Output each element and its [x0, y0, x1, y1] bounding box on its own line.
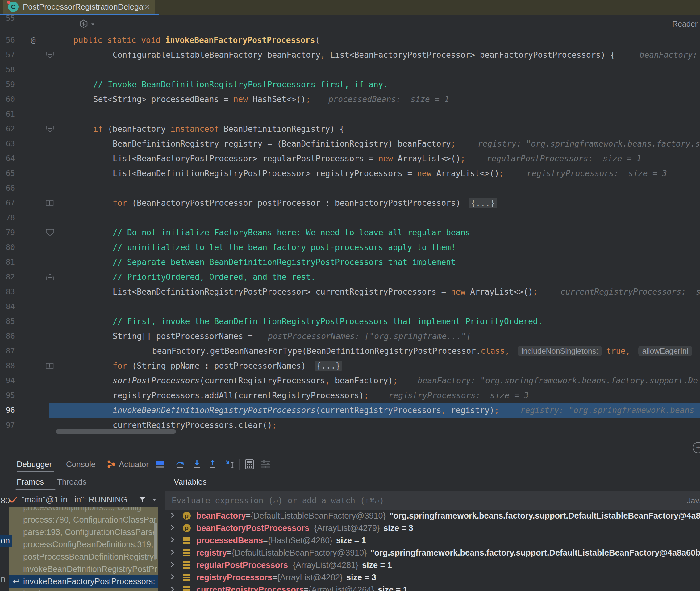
code-line-86[interactable]: 86String[] postProcessorNames =postProce…: [0, 329, 700, 344]
code-line-65[interactable]: 65List<BeanDefinitionRegistryPostProcess…: [0, 166, 700, 181]
evaluate-expression-icon[interactable]: [244, 459, 255, 470]
code-line-78[interactable]: 78: [0, 210, 700, 225]
code-line-64[interactable]: 64List<BeanFactoryPostProcessor> regular…: [0, 151, 700, 166]
run-to-cursor-icon[interactable]: [224, 459, 235, 470]
frame-row[interactable]: parse:193, ConfigurationClassParse: [9, 526, 158, 538]
expand-chevron-icon[interactable]: [169, 561, 178, 570]
expand-chevron-icon[interactable]: [169, 523, 178, 533]
close-icon[interactable]: ×: [144, 2, 150, 11]
variable-row[interactable]: currentRegistryProcessors = {ArrayList@4…: [165, 584, 700, 591]
code-line-96[interactable]: 96invokeBeanDefinitionRegistryPostProces…: [0, 403, 700, 418]
expand-chevron-icon[interactable]: [169, 548, 178, 557]
code-text: // Separate between BeanDefinitionRegist…: [113, 255, 456, 270]
line-number: 56: [0, 33, 15, 48]
code-line-56[interactable]: 56@public static void invokeBeanFactoryP…: [0, 33, 700, 48]
fold-marker-closed-icon[interactable]: [46, 200, 54, 208]
expand-chevron-icon[interactable]: [169, 573, 178, 582]
settings-sliders-icon[interactable]: [260, 459, 271, 470]
frame-row[interactable]: processConfigBeanDefinitions:319,: [9, 538, 158, 550]
line-number: 86: [0, 329, 15, 344]
code-text: List<BeanFactoryPostProcessor> regularPo…: [113, 151, 465, 166]
layout-settings-icon[interactable]: [154, 459, 165, 470]
tab-frames[interactable]: Frames: [17, 472, 44, 491]
code-line-79[interactable]: 79// Do not initialize FactoryBeans here…: [0, 225, 700, 240]
inline-debugger-hint: beanFactory: "org.springframework.beans.…: [418, 373, 698, 388]
code-text: // Invoke BeanDefinitionRegistryPostProc…: [93, 77, 388, 92]
intention-actions-icon[interactable]: [79, 19, 96, 29]
variable-row[interactable]: processedBeans = {HashSet@4280}size = 1: [165, 534, 700, 546]
fold-marker-open-icon[interactable]: [46, 52, 54, 60]
step-over-icon[interactable]: [174, 459, 185, 470]
code-line-84[interactable]: 84: [0, 299, 700, 314]
horizontal-scrollbar[interactable]: [56, 430, 176, 434]
variable-row[interactable]: registryProcessors = {ArrayList@4282}siz…: [165, 571, 700, 584]
code-line-83[interactable]: 83List<BeanDefinitionRegistryPostProcess…: [0, 284, 700, 299]
evaluate-expression-input[interactable]: Evaluate expression (↵) or add a watch (…: [165, 491, 700, 511]
expand-chevron-icon[interactable]: [169, 536, 178, 545]
variable-name: registryProcessors: [196, 573, 272, 582]
equals-sign: =: [227, 548, 232, 558]
code-line-88[interactable]: 88for (String ppName : postProcessorName…: [0, 358, 700, 373]
line-number: 94: [0, 373, 15, 388]
code-editor[interactable]: 5556@public static void invokeBeanFactor…: [0, 15, 700, 438]
code-line-67[interactable]: 67for (BeanFactoryPostProcessor postProc…: [0, 196, 700, 210]
expand-chevron-icon[interactable]: [169, 585, 178, 591]
variable-row[interactable]: registry = {DefaultListableBeanFactory@3…: [165, 546, 700, 559]
expand-chevron-icon[interactable]: [169, 511, 178, 520]
fold-marker-closed-icon[interactable]: [46, 363, 54, 371]
code-line-58[interactable]: 58: [0, 62, 700, 77]
annotation-gutter-icon[interactable]: @: [31, 33, 36, 48]
java-class-icon: C: [8, 2, 18, 12]
code-line-55[interactable]: 55: [0, 15, 700, 25]
step-out-icon[interactable]: [207, 459, 218, 470]
frame-row-selected[interactable]: ↩invokeBeanFactoryPostProcessors:: [9, 575, 158, 588]
tab-actuator[interactable]: Actuator: [107, 456, 149, 472]
frames-scrollbar[interactable]: [154, 523, 158, 559]
code-line-81[interactable]: 81// Separate between BeanDefinitionRegi…: [0, 255, 700, 270]
line-number: 79: [0, 225, 15, 240]
fold-marker-open-icon[interactable]: [46, 229, 54, 237]
fold-marker-open-icon[interactable]: [46, 126, 54, 134]
frame-row[interactable]: postProcessBeanDefinitionRegistry:: [9, 550, 158, 563]
code-line-57[interactable]: 57ConfigurableListableBeanFactory beanFa…: [0, 48, 700, 62]
code-line-87[interactable]: 87beanFactory.getBeanNamesForType(BeanDe…: [0, 344, 700, 358]
code-line-62[interactable]: 62if (beanFactory instanceof BeanDefinit…: [0, 122, 700, 136]
code-line-61[interactable]: 61: [0, 107, 700, 122]
variable-reference: {ArrayList@4281}: [293, 561, 358, 570]
frame-row[interactable]: invokeBeanFactoryPostProcessors:: [9, 588, 158, 591]
variable-row[interactable]: pbeanFactory = {DefaultListableBeanFacto…: [165, 511, 700, 522]
frame-row[interactable]: process:780, ConfigurationClassPar: [9, 514, 158, 526]
code-line-94[interactable]: 94sortPostProcessors(currentRegistryProc…: [0, 373, 700, 388]
reader-mode-label[interactable]: Reader: [672, 19, 698, 28]
inline-debugger-hint: beanFactory:: [640, 48, 700, 62]
code-line-95[interactable]: 95registryProcessors.addAll(currentRegis…: [0, 388, 700, 403]
code-line-63[interactable]: 63BeanDefinitionRegistry registry = (Bea…: [0, 136, 700, 151]
code-text: sortPostProcessors(currentRegistryProces…: [113, 373, 398, 388]
tab-debugger[interactable]: Debugger: [17, 456, 52, 472]
chevron-down-icon[interactable]: [151, 496, 158, 504]
frames-list: processGroupImports:..., Configprocess:7…: [9, 507, 158, 591]
filter-funnel-icon[interactable]: [138, 496, 146, 504]
editor-tab-bar: C PostProcessorRegistrationDelegate.java…: [0, 0, 700, 15]
frame-row[interactable]: processGroupImports:..., Config: [9, 507, 158, 514]
thread-selector[interactable]: "main"@1 in...in": RUNNING: [9, 492, 158, 507]
circle-plus-icon[interactable]: +: [693, 442, 700, 453]
line-number: 57: [0, 48, 15, 62]
code-line-60[interactable]: 60Set<String> processedBeans = new HashS…: [0, 92, 700, 107]
file-tab[interactable]: C PostProcessorRegistrationDelegate.java…: [3, 0, 155, 14]
code-line-59[interactable]: 59// Invoke BeanDefinitionRegistryPostPr…: [0, 77, 700, 92]
tab-threads[interactable]: Threads: [57, 472, 86, 491]
step-into-icon[interactable]: [191, 459, 202, 470]
code-line-80[interactable]: 80// uninitialized to let the bean facto…: [0, 240, 700, 255]
tab-console[interactable]: Console: [66, 456, 95, 472]
code-line-85[interactable]: 85// First, invoke the BeanDefinitionReg…: [0, 314, 700, 329]
variable-row[interactable]: regularPostProcessors = {ArrayList@4281}…: [165, 559, 700, 571]
value-icon: [183, 574, 191, 581]
code-line-66[interactable]: 66: [0, 181, 700, 196]
variable-value: "org.springframework.beans.factory.suppo…: [370, 548, 700, 558]
parameter-icon: p: [183, 512, 191, 520]
frame-row[interactable]: invokeBeanDefinitionRegistryPostPr: [9, 563, 158, 575]
fold-marker-end-icon[interactable]: [46, 274, 54, 282]
code-line-82[interactable]: 82// PriorityOrdered, Ordered, and the r…: [0, 270, 700, 284]
variable-row[interactable]: pbeanFactoryPostProcessors = {ArrayList@…: [165, 522, 700, 534]
